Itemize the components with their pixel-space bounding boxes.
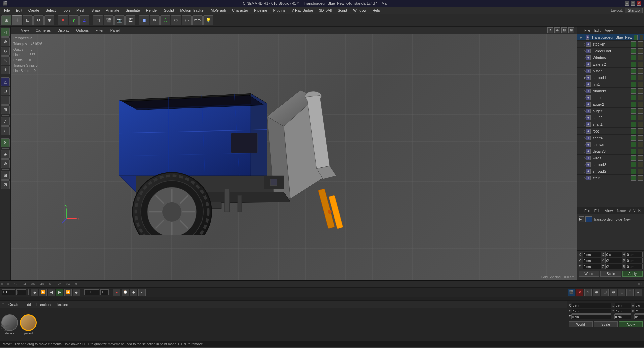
- tl-fx5-btn[interactable]: ☰: [626, 289, 634, 296]
- world-button[interactable]: World: [579, 271, 599, 277]
- tl-fx1-btn[interactable]: ⊕: [593, 289, 600, 296]
- tool-y-axis[interactable]: Y: [69, 15, 79, 25]
- obj-vis-1[interactable]: [631, 48, 636, 54]
- obj-menu-file[interactable]: File: [583, 28, 592, 33]
- menu-simulate[interactable]: Simulate: [123, 8, 143, 13]
- object-item-shroud2[interactable]: ▷ ◈ shroud2: [577, 168, 644, 175]
- obj-vis-2[interactable]: [638, 75, 643, 80]
- z-b-input[interactable]: [605, 264, 622, 269]
- object-item-rim1[interactable]: ▷ ◈ rim1: [577, 81, 644, 88]
- tool-object[interactable]: ◻: [93, 15, 103, 25]
- obj-vis-2[interactable]: [638, 68, 643, 74]
- mini-z-input[interactable]: [571, 314, 611, 319]
- obj-vis-2[interactable]: [638, 175, 643, 181]
- obj-vis-2[interactable]: [638, 108, 643, 114]
- object-item-window[interactable]: ▷ ◈ Window: [577, 54, 644, 61]
- material-item-main[interactable]: ▶ Transbordeur_Blue_New: [579, 216, 643, 223]
- mini-world-btn[interactable]: World: [569, 321, 593, 327]
- y-pos-input[interactable]: [583, 258, 601, 263]
- play-next-btn[interactable]: ⏩: [64, 289, 72, 296]
- object-item-shroud3[interactable]: ▷ ◈ shroud3: [577, 161, 644, 168]
- object-item-screws[interactable]: ▷ ◈ screws: [577, 141, 644, 148]
- menu-sculpt[interactable]: Sculpt: [161, 8, 177, 13]
- y-val2[interactable]: [626, 258, 643, 263]
- mat-ed-function[interactable]: Function: [35, 302, 52, 307]
- lt-uv[interactable]: ⊞: [1, 105, 10, 114]
- vp-ctrl-2[interactable]: ⊕: [554, 27, 560, 33]
- menu-create[interactable]: Create: [26, 8, 42, 13]
- obj-vis-1[interactable]: [634, 35, 637, 40]
- obj-vis-2[interactable]: [640, 35, 643, 40]
- obj-vis-1[interactable]: [631, 88, 636, 94]
- tool-render2[interactable]: 📷: [114, 15, 125, 25]
- obj-vis-2[interactable]: [638, 88, 643, 94]
- menu-vray[interactable]: V-Ray Bridge: [289, 8, 316, 13]
- mini-b-input[interactable]: [634, 314, 644, 319]
- mini-apply-btn[interactable]: Apply: [619, 321, 643, 327]
- tl-render2-btn[interactable]: ⊗: [576, 289, 583, 296]
- minimize-btn[interactable]: −: [625, 1, 629, 6]
- obj-vis-2[interactable]: [638, 41, 643, 47]
- menu-tools[interactable]: Tools: [59, 8, 73, 13]
- menu-render[interactable]: Render: [143, 8, 161, 13]
- obj-vis-2[interactable]: [638, 48, 643, 54]
- menu-edit[interactable]: Edit: [13, 8, 25, 13]
- obj-vis-2[interactable]: [638, 155, 643, 161]
- mini-y-p-input[interactable]: [615, 309, 631, 314]
- tl-fx4-btn[interactable]: ⊞: [618, 289, 625, 296]
- obj-vis-1[interactable]: [631, 162, 636, 167]
- lt-line[interactable]: ╱: [1, 117, 10, 126]
- mat-ed-texture[interactable]: Texture: [55, 302, 69, 307]
- obj-vis-2[interactable]: [638, 115, 643, 120]
- tl-fx3-btn[interactable]: ⊛: [610, 289, 617, 296]
- object-item-holderfoot[interactable]: ▷ ◈ HolderFoot: [577, 48, 644, 54]
- object-item-wafers2[interactable]: ▷ ◈ wafers2: [577, 61, 644, 68]
- window-controls[interactable]: − □ ✕: [625, 1, 641, 6]
- obj-vis-2[interactable]: [638, 169, 643, 174]
- tl-record-btn[interactable]: ●: [113, 289, 120, 296]
- x-val2[interactable]: [626, 252, 643, 257]
- menu-motion-tracker[interactable]: Motion Tracker: [177, 8, 207, 13]
- obj-vis-1[interactable]: [631, 142, 636, 147]
- lt-rotate2[interactable]: ↻: [1, 47, 10, 56]
- menu-3dtoall[interactable]: 3DToAll: [316, 8, 334, 13]
- tool-mirror[interactable]: ⊂⊃: [192, 15, 203, 25]
- menu-file[interactable]: File: [1, 8, 13, 13]
- close-btn[interactable]: ✕: [637, 1, 641, 6]
- z-val2[interactable]: [626, 264, 643, 269]
- obj-vis-1[interactable]: [631, 55, 636, 60]
- vp-menu-view[interactable]: View: [20, 28, 30, 33]
- play-last-btn[interactable]: ⏭: [73, 289, 80, 296]
- obj-vis-1[interactable]: [631, 128, 636, 134]
- obj-vis-1[interactable]: [631, 115, 636, 120]
- obj-vis-1[interactable]: [631, 102, 636, 107]
- obj-vis-2[interactable]: [638, 135, 643, 141]
- tool-rotate[interactable]: ↻: [33, 15, 44, 25]
- layout-dropdown[interactable]: Startup: [625, 8, 643, 13]
- vp-ctrl-4[interactable]: ⊞: [568, 27, 574, 33]
- object-item-details3[interactable]: ▷ ◈ details3: [577, 148, 644, 155]
- mat-menu-view[interactable]: View: [603, 208, 614, 213]
- lt-align[interactable]: ⊠: [1, 180, 10, 189]
- tool-z-axis[interactable]: Z: [79, 15, 89, 25]
- tool-green-obj[interactable]: ⬡: [160, 15, 170, 25]
- maximize-btn[interactable]: □: [631, 1, 635, 6]
- object-item-rumbers[interactable]: ▷ ◈ rumbers: [577, 88, 644, 94]
- tl-fx2-btn[interactable]: ⊡: [601, 289, 609, 296]
- obj-vis-1[interactable]: [631, 169, 636, 174]
- vp-menu-filter[interactable]: Filter: [94, 28, 105, 33]
- obj-vis-1[interactable]: [631, 175, 636, 181]
- object-item-shroud1[interactable]: ▶ ◈ shroud1: [577, 74, 644, 81]
- mini-p-input[interactable]: [635, 309, 644, 314]
- object-item-piston[interactable]: ▷ ◈ piston: [577, 68, 644, 74]
- lt-poly[interactable]: △: [1, 77, 10, 86]
- obj-vis-1[interactable]: [631, 95, 636, 100]
- scale-button[interactable]: Scale: [600, 271, 621, 277]
- play-btn[interactable]: ▶: [56, 289, 63, 296]
- lt-move2[interactable]: ⊕: [1, 37, 10, 46]
- apply-button[interactable]: Apply: [622, 271, 643, 277]
- play-first-btn[interactable]: ⏮: [31, 289, 38, 296]
- menu-mograph[interactable]: MoGraph: [208, 8, 229, 13]
- play-rev-btn[interactable]: ◀: [48, 289, 55, 296]
- lt-select[interactable]: ◱: [1, 28, 10, 37]
